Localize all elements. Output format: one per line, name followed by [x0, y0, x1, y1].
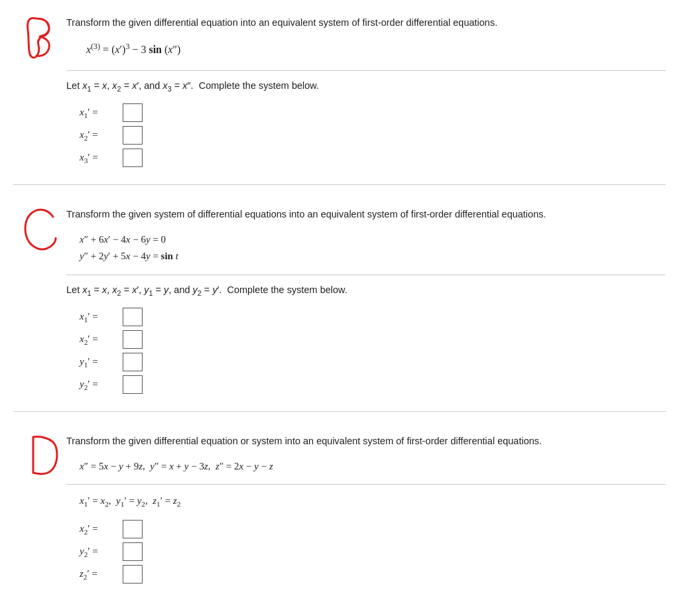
divider-b	[66, 70, 666, 71]
section-c: Transform the given system of differenti…	[13, 205, 666, 412]
section-c-let: Let x1 = x, x2 = x′, y1 = y, and y2 = y′…	[66, 283, 666, 298]
input-row-c-y2: y2′ =	[80, 375, 666, 394]
section-c-eq1: x″ + 6x′ − 4x − 6y = 0	[80, 231, 666, 249]
input-row-c-x2: x2′ =	[80, 330, 666, 349]
section-b-instruction: Transform the given differential equatio…	[66, 16, 666, 31]
input-c-x2[interactable]	[123, 330, 143, 349]
input-c-y1[interactable]	[123, 353, 143, 371]
letter-d-icon	[20, 432, 60, 478]
divider-c	[66, 275, 666, 275]
section-c-eq2: y″ + 2y′ + 5x − 4y = sin t	[80, 248, 666, 265]
divider-d	[66, 484, 666, 485]
input-b-x3[interactable]	[123, 149, 143, 167]
input-d-y2[interactable]	[123, 542, 143, 561]
input-c-x1[interactable]	[123, 308, 143, 326]
label-d-z2: z2′ =	[80, 566, 123, 583]
label-c-x1: x1′ =	[80, 308, 123, 326]
letter-c-icon	[20, 205, 60, 251]
input-row-c-y1: y1′ =	[80, 353, 666, 371]
section-b-equation: x(3) = (x′)3 − 3 sin (x″)	[86, 40, 666, 60]
input-row-d-x2: x2′ =	[80, 520, 666, 538]
label-d-x2: x2′ =	[80, 521, 123, 538]
input-d-z2[interactable]	[123, 565, 143, 584]
section-d-given: x1′ = x2, y1′ = y2, z1′ = z2	[80, 493, 666, 511]
label-b-x1: x1′ =	[80, 104, 123, 121]
section-d: Transform the given differential equatio…	[13, 432, 666, 601]
label-b-x3: x3′ =	[80, 149, 123, 166]
section-b-content: Transform the given differential equatio…	[66, 13, 666, 171]
section-d-instruction: Transform the given differential equatio…	[66, 434, 666, 449]
input-row-b-x2: x2′ =	[80, 126, 666, 145]
section-d-inputs: x2′ = y2′ = z2′ =	[80, 520, 666, 584]
input-row-b-x3: x3′ =	[80, 149, 666, 167]
section-c-instruction: Transform the given system of differenti…	[66, 208, 666, 222]
label-c-y2: y2′ =	[80, 376, 123, 393]
input-c-y2[interactable]	[123, 375, 143, 394]
label-d	[13, 432, 66, 587]
section-c-content: Transform the given system of differenti…	[66, 205, 666, 398]
section-d-system: x″ = 5x − y + 9z, y″ = x + y − 3z, z″ = …	[80, 458, 666, 475]
label-c-x2: x2′ =	[80, 331, 123, 348]
input-row-d-y2: y2′ =	[80, 542, 666, 561]
label-c	[13, 205, 66, 398]
input-b-x2[interactable]	[123, 126, 143, 145]
input-row-d-z2: z2′ =	[80, 565, 666, 584]
section-d-content: Transform the given differential equatio…	[66, 432, 666, 587]
input-d-x2[interactable]	[123, 520, 143, 538]
letter-b-icon	[20, 13, 60, 60]
section-c-inputs: x1′ = x2′ = y1′ = y2′ =	[80, 308, 666, 394]
input-b-x1[interactable]	[123, 103, 143, 122]
section-d-eq1: x″ = 5x − y + 9z, y″ = x + y − 3z, z″ = …	[80, 458, 666, 475]
label-c-y1: y1′ =	[80, 353, 123, 371]
input-row-c-x1: x1′ =	[80, 308, 666, 326]
label-d-y2: y2′ =	[80, 543, 123, 560]
input-row-b-x1: x1′ =	[80, 103, 666, 122]
section-b-inputs: x1′ = x2′ = x3′ =	[80, 103, 666, 167]
label-b	[13, 13, 66, 171]
section-b-let: Let x1 = x, x2 = x′, and x3 = x″. Comple…	[66, 79, 666, 94]
section-c-system: x″ + 6x′ − 4x − 6y = 0 y″ + 2y′ + 5x − 4…	[80, 231, 666, 265]
label-b-x2: x2′ =	[80, 127, 123, 144]
page: Transform the given differential equatio…	[0, 13, 679, 601]
section-b: Transform the given differential equatio…	[13, 13, 666, 185]
